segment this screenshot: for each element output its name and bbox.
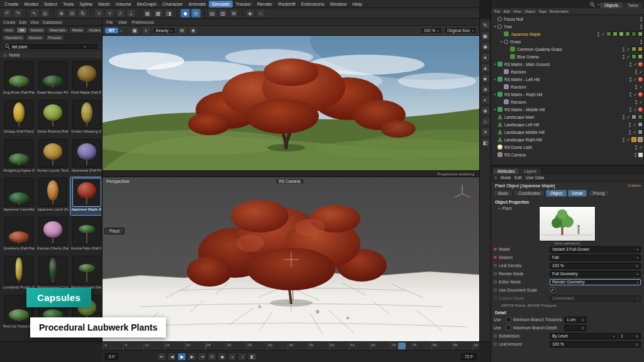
material-manager-icon[interactable]: ▤ — [208, 9, 217, 18]
render-dot[interactable] — [640, 42, 642, 44]
rt-toggle-button[interactable]: RT — [105, 28, 118, 33]
render-dot[interactable] — [630, 110, 631, 112]
visibility-dots[interactable] — [629, 130, 631, 134]
attr-tab-object[interactable]: Object — [546, 190, 567, 197]
bucket-icon[interactable]: ◈ — [189, 26, 198, 35]
dropdown[interactable]: Render Geometry▾ — [550, 279, 641, 285]
am-mode-user-data[interactable]: User Data — [526, 175, 544, 180]
anim-dot-icon[interactable] — [494, 264, 497, 267]
menu-mograph[interactable]: MoGraph — [135, 1, 159, 8]
asset-menu-view[interactable]: View — [30, 20, 39, 25]
material-chip[interactable] — [631, 31, 636, 36]
enabled-check-icon[interactable]: ✓ — [639, 70, 643, 74]
material-chip[interactable] — [631, 47, 636, 52]
editor-dot[interactable] — [630, 77, 631, 79]
object-row-focus-null[interactable]: Focus Null — [491, 15, 644, 23]
menu-window[interactable]: Window — [328, 1, 350, 8]
dropdown[interactable]: By Level▾ — [550, 333, 617, 339]
om-menu-edit[interactable]: Edit — [504, 9, 510, 13]
material-chip[interactable] — [638, 129, 643, 134]
render-dot[interactable] — [640, 27, 642, 29]
object-row-landscape-left-hill[interactable]: Landscape Left Hill✓ — [491, 121, 644, 128]
asset-subtab-presets[interactable]: Presets — [45, 35, 64, 41]
scale-icon[interactable]: ⊡ — [67, 9, 77, 18]
quantize-icon[interactable]: ◇ — [191, 9, 201, 18]
selection-icon[interactable]: ↖ — [30, 9, 39, 18]
object-row-random[interactable]: Random✓ — [491, 68, 644, 75]
keyframe-button[interactable]: ◆ — [218, 353, 226, 361]
menu-render[interactable]: Render — [255, 1, 275, 8]
asset-menu-create[interactable]: Create — [3, 20, 16, 25]
keying-settings-button[interactable]: ◧ — [248, 353, 257, 361]
plant-preview-thumbnail[interactable] — [539, 206, 596, 241]
coord-system-icon[interactable]: ⊥ — [126, 9, 136, 18]
attr-tab-basic[interactable]: Basic — [494, 190, 513, 197]
asset-tab-auto[interactable]: Auto — [2, 27, 16, 33]
axis-mode-icon[interactable]: ⊕ — [481, 85, 490, 94]
menu-spline[interactable]: Spline — [77, 1, 95, 8]
object-filter-icon[interactable]: ▾ — [597, 3, 599, 6]
menu-mesh[interactable]: Mesh — [96, 1, 112, 8]
object-row-japanese-maple[interactable]: Japanese Maple✓ — [491, 30, 644, 38]
custom-label[interactable]: Custom — [628, 184, 641, 187]
menu-animate[interactable]: Animate — [186, 1, 209, 8]
anim-dot-icon[interactable] — [494, 256, 497, 259]
prev-frame-button[interactable]: ◀ — [167, 353, 176, 361]
value-field[interactable]: 1⇅ — [618, 333, 641, 339]
material-chip[interactable] — [631, 137, 636, 142]
render-dot[interactable] — [630, 80, 631, 82]
menu-create[interactable]: Create — [2, 1, 21, 8]
zoom-dropdown[interactable]: 100 %▾ — [421, 27, 442, 34]
expand-icon[interactable]: ▾ — [492, 25, 497, 28]
asset-menu-databases[interactable]: Databases — [43, 20, 62, 25]
enabled-check-icon[interactable]: ✓ — [633, 123, 636, 127]
camera-icon[interactable]: ⌂ — [481, 117, 490, 126]
place-tool-panel[interactable]: Place — [104, 228, 125, 234]
render-menu-view[interactable]: View — [118, 20, 126, 25]
info-icon[interactable]: ○ — [256, 9, 265, 18]
render-settings-icon[interactable]: ◨ — [164, 9, 174, 18]
plant-item-mediterranean-dwarf-palm-fall-plant[interactable]: Mediterranean Dwarf Palm (Fall Plant) — [70, 255, 101, 293]
viewport-label[interactable]: Perspective — [106, 179, 130, 184]
playhead[interactable] — [398, 343, 406, 349]
am-mode-mode[interactable]: Mode — [501, 175, 511, 180]
points-mode-icon[interactable]: ● — [481, 53, 490, 62]
asset-tab-nodes[interactable]: Nodes — [86, 27, 103, 33]
redshift-material-icon[interactable] — [638, 62, 643, 67]
menu-extensions[interactable]: Extensions — [299, 1, 327, 8]
material-chip[interactable] — [638, 114, 643, 119]
render-dot[interactable] — [635, 148, 637, 150]
attr-tab-phong[interactable]: Phong — [588, 190, 609, 197]
plant-item-globe-robinia-fall-plant[interactable]: Globe Robinia (Fall Plant) — [36, 99, 69, 137]
goto-start-button[interactable]: ⇤ — [157, 353, 166, 361]
enabled-check-icon[interactable]: ✓ — [626, 55, 630, 59]
anim-dot-icon[interactable] — [494, 343, 497, 346]
anim-dot-icon[interactable] — [494, 334, 497, 337]
material-chip[interactable] — [606, 31, 611, 36]
goto-end-button[interactable]: ⇥ — [197, 353, 206, 361]
enabled-check-icon[interactable]: ✓ — [633, 62, 637, 67]
polygons-mode-icon[interactable]: ■ — [481, 74, 490, 83]
menu-help[interactable]: Help — [350, 1, 364, 8]
enabled-check-icon[interactable]: ✓ — [633, 107, 637, 112]
render-dot[interactable] — [623, 50, 625, 52]
redshift-material-icon[interactable] — [638, 92, 643, 97]
om-menu-view[interactable]: View — [513, 9, 521, 13]
object-row-common-quaking-grass[interactable]: Common Quaking Grass✓ — [491, 45, 644, 53]
dropdown[interactable]: Centimeters▾ — [550, 295, 641, 302]
enabled-check-icon[interactable]: ✓ — [639, 85, 643, 89]
enabled-check-icon[interactable]: ✓ — [626, 138, 630, 142]
visibility-dots[interactable] — [635, 85, 637, 89]
dropdown[interactable]: Full Geometry▾ — [550, 271, 641, 277]
render-dot[interactable] — [635, 102, 637, 104]
visibility-dots[interactable] — [640, 25, 642, 29]
snap-icon[interactable]: ◆ — [180, 9, 190, 18]
value-field[interactable]: 100 %⇅ — [550, 341, 641, 348]
enabled-check-icon[interactable]: ✓ — [633, 92, 637, 97]
plant-item-juneberry-fall-plant[interactable]: Juneberry (Fall Plant) — [3, 216, 35, 254]
camera-label[interactable]: RS Camera — [276, 179, 304, 184]
checkbox[interactable] — [506, 325, 511, 331]
editor-dot[interactable] — [640, 17, 642, 19]
panel-tab-takes[interactable]: Takes — [623, 3, 643, 8]
visibility-dots[interactable] — [630, 62, 631, 67]
